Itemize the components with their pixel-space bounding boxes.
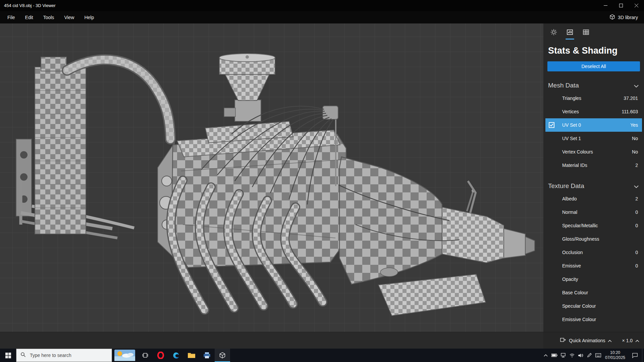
window-title: 454 cid V8.obj - 3D Viewer: [0, 3, 56, 8]
show-desktop-button[interactable]: [642, 349, 644, 362]
cube-icon: [609, 14, 615, 21]
window-controls: [598, 0, 644, 11]
pen-icon[interactable]: [585, 349, 594, 362]
row-value: Yes: [630, 122, 638, 128]
texture-row-normal[interactable]: Normal 0: [545, 205, 642, 219]
row-label: Gloss/Roughness: [562, 236, 599, 242]
row-label: Vertex Colours: [562, 149, 593, 155]
mesh-row-vertices[interactable]: Vertices 111.603: [545, 105, 642, 118]
stats-chart-icon: [567, 29, 573, 37]
menu-help[interactable]: Help: [79, 11, 99, 23]
screen: 454 cid V8.obj - 3D Viewer File Edit Too…: [0, 0, 644, 362]
texture-data-title: Texture Data: [548, 182, 584, 190]
wifi-icon[interactable]: [568, 349, 576, 362]
texture-row-albedo[interactable]: Albedo 2: [545, 192, 642, 205]
close-button[interactable]: [629, 0, 644, 11]
viewport-3d[interactable]: [0, 23, 543, 332]
row-value: 0: [635, 263, 638, 268]
row-value: 111.603: [622, 109, 638, 114]
row-value: 0: [635, 250, 638, 255]
row-label: Opacity: [562, 277, 578, 282]
mesh-row-material-ids[interactable]: Material IDs 2: [545, 159, 642, 172]
texture-row-gloss-roughness[interactable]: Gloss/Roughness: [545, 232, 642, 246]
news-weather-widget[interactable]: [112, 349, 138, 362]
volume-icon[interactable]: [576, 349, 585, 362]
sun-icon: [550, 29, 557, 37]
texture-row-emissive[interactable]: Emissive 0: [545, 259, 642, 273]
clock-time: 10:20: [602, 350, 628, 355]
clock-date: 07/01/2025: [602, 355, 628, 360]
menu-tools[interactable]: Tools: [38, 11, 59, 23]
row-label: UV Set 0: [562, 122, 581, 128]
ethernet-icon[interactable]: [559, 349, 568, 362]
row-label: Vertices: [562, 109, 579, 114]
system-tray: 10:20 07/01/2025: [541, 349, 644, 362]
row-label: Specular Colour: [562, 303, 596, 309]
taskbar-clock[interactable]: 10:20 07/01/2025: [602, 350, 628, 360]
menu-view[interactable]: View: [59, 11, 79, 23]
tab-grid[interactable]: [580, 28, 592, 40]
file-explorer-icon[interactable]: [184, 349, 199, 362]
3d-library-button[interactable]: 3D library: [603, 11, 644, 23]
battery-icon[interactable]: [550, 349, 559, 362]
quick-animations-label[interactable]: Quick Animations: [569, 338, 605, 343]
mesh-row-uv-set-1[interactable]: UV Set 1 No: [545, 132, 642, 145]
mesh-row-triangles[interactable]: Triangles 37.201: [545, 92, 642, 105]
panel-tabs: [543, 23, 644, 40]
mesh-data-header[interactable]: Mesh Data: [543, 79, 644, 92]
tray-expand-icon[interactable]: [541, 349, 550, 362]
taskbar: 10:20 07/01/2025: [0, 349, 644, 362]
title-bar: 454 cid V8.obj - 3D Viewer: [0, 0, 644, 11]
minimize-button[interactable]: [598, 0, 613, 11]
texture-row-specular-metallic[interactable]: Specular/Metallic 0: [545, 219, 642, 232]
texture-row-opacity[interactable]: Opacity: [545, 273, 642, 286]
task-view-button[interactable]: [138, 349, 153, 362]
chevron-down-icon: [634, 82, 639, 89]
touch-keyboard-icon[interactable]: [594, 349, 602, 362]
row-value: No: [632, 136, 638, 141]
start-button[interactable]: [0, 349, 16, 362]
mesh-row-uv-set-0[interactable]: UV Set 0 Yes: [545, 118, 642, 132]
mesh-data-title: Mesh Data: [548, 82, 579, 89]
tab-environment[interactable]: [547, 28, 560, 40]
chevron-up-icon[interactable]: [608, 338, 612, 343]
row-value: 2: [635, 196, 638, 201]
animation-speed-value[interactable]: × 1.0: [622, 338, 633, 343]
row-label: Triangles: [562, 96, 581, 101]
row-value: 2: [635, 163, 638, 168]
texture-data-header[interactable]: Texture Data: [543, 180, 644, 192]
row-label: Specular/Metallic: [562, 223, 598, 228]
row-label: Normal: [562, 209, 577, 215]
edge-browser-icon[interactable]: [168, 349, 184, 362]
chevron-down-icon: [634, 182, 639, 190]
search-input[interactable]: [29, 352, 105, 358]
menu-edit[interactable]: Edit: [20, 11, 38, 23]
tab-stats-shading[interactable]: [564, 28, 576, 40]
row-label: Emissive: [562, 263, 581, 268]
deselect-all-button[interactable]: Deselect All: [547, 61, 640, 71]
quick-animations-icon: [560, 338, 566, 343]
texture-row-occlusion[interactable]: Occlusion 0: [545, 246, 642, 259]
row-label: Albedo: [562, 196, 577, 201]
windows-logo-icon: [5, 353, 11, 358]
row-label: Occlusion: [562, 250, 583, 255]
maximize-button[interactable]: [613, 0, 629, 11]
row-value: 0: [635, 223, 638, 228]
texture-row-specular-colour[interactable]: Specular Colour: [545, 299, 642, 313]
chevron-up-icon[interactable]: [635, 338, 639, 343]
taskbar-search[interactable]: [16, 349, 112, 362]
printer-app-icon[interactable]: [199, 349, 215, 362]
texture-row-base-colour[interactable]: Base Colour: [545, 286, 642, 299]
texture-row-emissive-colour[interactable]: Emissive Colour: [545, 313, 642, 326]
action-center-button[interactable]: [628, 349, 642, 362]
row-label: UV Set 1: [562, 136, 581, 141]
stats-panel: Stats & Shading Deselect All Mesh Data T…: [543, 23, 644, 332]
grid-icon: [583, 29, 589, 37]
mesh-row-vertex-colours[interactable]: Vertex Colours No: [545, 145, 642, 159]
opera-browser-icon[interactable]: [153, 349, 168, 362]
menu-file[interactable]: File: [0, 11, 20, 23]
row-value: No: [632, 149, 638, 155]
3d-viewer-app-icon[interactable]: [215, 349, 230, 362]
checkbox-checked-icon[interactable]: [549, 122, 554, 128]
row-value: 0: [635, 209, 638, 215]
